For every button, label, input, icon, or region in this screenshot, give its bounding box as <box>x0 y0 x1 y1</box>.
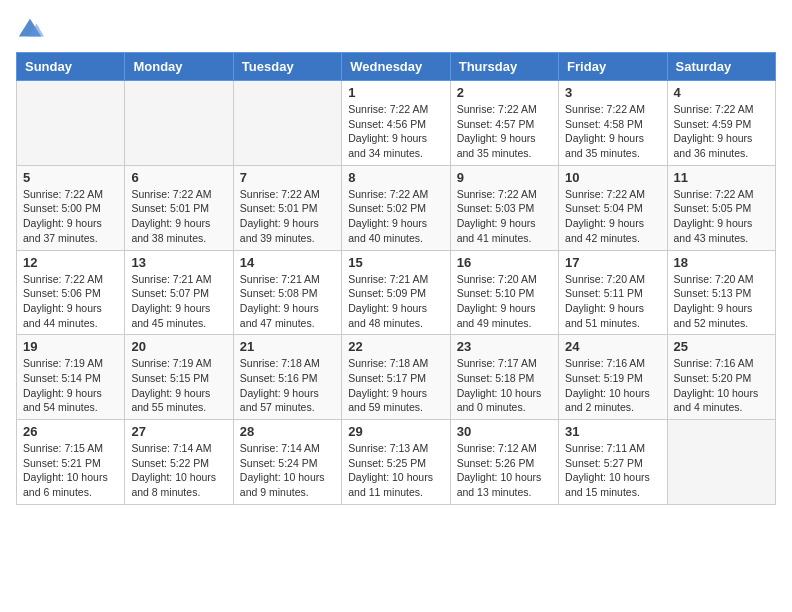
day-info: Sunrise: 7:22 AMSunset: 5:04 PMDaylight:… <box>565 187 660 246</box>
day-number: 31 <box>565 424 660 439</box>
calendar-day: 28Sunrise: 7:14 AMSunset: 5:24 PMDayligh… <box>233 420 341 505</box>
day-number: 15 <box>348 255 443 270</box>
calendar-day: 31Sunrise: 7:11 AMSunset: 5:27 PMDayligh… <box>559 420 667 505</box>
day-info: Sunrise: 7:16 AMSunset: 5:20 PMDaylight:… <box>674 356 769 415</box>
day-number: 16 <box>457 255 552 270</box>
day-number: 26 <box>23 424 118 439</box>
calendar-day: 23Sunrise: 7:17 AMSunset: 5:18 PMDayligh… <box>450 335 558 420</box>
calendar-day: 22Sunrise: 7:18 AMSunset: 5:17 PMDayligh… <box>342 335 450 420</box>
day-number: 5 <box>23 170 118 185</box>
calendar-day: 16Sunrise: 7:20 AMSunset: 5:10 PMDayligh… <box>450 250 558 335</box>
calendar-day: 2Sunrise: 7:22 AMSunset: 4:57 PMDaylight… <box>450 81 558 166</box>
day-number: 27 <box>131 424 226 439</box>
calendar-day: 9Sunrise: 7:22 AMSunset: 5:03 PMDaylight… <box>450 165 558 250</box>
calendar-day: 6Sunrise: 7:22 AMSunset: 5:01 PMDaylight… <box>125 165 233 250</box>
calendar-day: 21Sunrise: 7:18 AMSunset: 5:16 PMDayligh… <box>233 335 341 420</box>
day-number: 28 <box>240 424 335 439</box>
day-info: Sunrise: 7:22 AMSunset: 4:58 PMDaylight:… <box>565 102 660 161</box>
calendar-day <box>125 81 233 166</box>
calendar-day: 20Sunrise: 7:19 AMSunset: 5:15 PMDayligh… <box>125 335 233 420</box>
day-number: 23 <box>457 339 552 354</box>
calendar-day: 5Sunrise: 7:22 AMSunset: 5:00 PMDaylight… <box>17 165 125 250</box>
logo <box>16 16 48 44</box>
calendar-day: 17Sunrise: 7:20 AMSunset: 5:11 PMDayligh… <box>559 250 667 335</box>
day-number: 2 <box>457 85 552 100</box>
calendar-day: 3Sunrise: 7:22 AMSunset: 4:58 PMDaylight… <box>559 81 667 166</box>
day-info: Sunrise: 7:21 AMSunset: 5:09 PMDaylight:… <box>348 272 443 331</box>
calendar-day: 4Sunrise: 7:22 AMSunset: 4:59 PMDaylight… <box>667 81 775 166</box>
day-info: Sunrise: 7:14 AMSunset: 5:22 PMDaylight:… <box>131 441 226 500</box>
day-info: Sunrise: 7:20 AMSunset: 5:13 PMDaylight:… <box>674 272 769 331</box>
calendar-week-1: 1Sunrise: 7:22 AMSunset: 4:56 PMDaylight… <box>17 81 776 166</box>
day-number: 19 <box>23 339 118 354</box>
day-info: Sunrise: 7:22 AMSunset: 5:03 PMDaylight:… <box>457 187 552 246</box>
day-info: Sunrise: 7:22 AMSunset: 5:01 PMDaylight:… <box>240 187 335 246</box>
weekday-header-thursday: Thursday <box>450 53 558 81</box>
day-info: Sunrise: 7:22 AMSunset: 4:56 PMDaylight:… <box>348 102 443 161</box>
day-number: 11 <box>674 170 769 185</box>
day-info: Sunrise: 7:20 AMSunset: 5:10 PMDaylight:… <box>457 272 552 331</box>
calendar-week-3: 12Sunrise: 7:22 AMSunset: 5:06 PMDayligh… <box>17 250 776 335</box>
day-info: Sunrise: 7:17 AMSunset: 5:18 PMDaylight:… <box>457 356 552 415</box>
calendar-day: 30Sunrise: 7:12 AMSunset: 5:26 PMDayligh… <box>450 420 558 505</box>
day-number: 24 <box>565 339 660 354</box>
day-number: 20 <box>131 339 226 354</box>
weekday-header-friday: Friday <box>559 53 667 81</box>
weekday-header-row: SundayMondayTuesdayWednesdayThursdayFrid… <box>17 53 776 81</box>
day-info: Sunrise: 7:22 AMSunset: 5:05 PMDaylight:… <box>674 187 769 246</box>
day-info: Sunrise: 7:15 AMSunset: 5:21 PMDaylight:… <box>23 441 118 500</box>
day-info: Sunrise: 7:14 AMSunset: 5:24 PMDaylight:… <box>240 441 335 500</box>
day-number: 13 <box>131 255 226 270</box>
day-number: 6 <box>131 170 226 185</box>
calendar-day: 11Sunrise: 7:22 AMSunset: 5:05 PMDayligh… <box>667 165 775 250</box>
day-number: 7 <box>240 170 335 185</box>
calendar-week-4: 19Sunrise: 7:19 AMSunset: 5:14 PMDayligh… <box>17 335 776 420</box>
day-info: Sunrise: 7:22 AMSunset: 5:01 PMDaylight:… <box>131 187 226 246</box>
weekday-header-saturday: Saturday <box>667 53 775 81</box>
calendar-day <box>17 81 125 166</box>
calendar-day: 27Sunrise: 7:14 AMSunset: 5:22 PMDayligh… <box>125 420 233 505</box>
calendar-day: 19Sunrise: 7:19 AMSunset: 5:14 PMDayligh… <box>17 335 125 420</box>
page-header <box>16 16 776 44</box>
logo-icon <box>16 16 44 44</box>
day-number: 12 <box>23 255 118 270</box>
day-number: 10 <box>565 170 660 185</box>
calendar-day <box>667 420 775 505</box>
weekday-header-monday: Monday <box>125 53 233 81</box>
calendar-day: 24Sunrise: 7:16 AMSunset: 5:19 PMDayligh… <box>559 335 667 420</box>
day-number: 14 <box>240 255 335 270</box>
calendar-day: 15Sunrise: 7:21 AMSunset: 5:09 PMDayligh… <box>342 250 450 335</box>
day-info: Sunrise: 7:22 AMSunset: 4:59 PMDaylight:… <box>674 102 769 161</box>
day-info: Sunrise: 7:18 AMSunset: 5:16 PMDaylight:… <box>240 356 335 415</box>
calendar-week-2: 5Sunrise: 7:22 AMSunset: 5:00 PMDaylight… <box>17 165 776 250</box>
calendar-day: 14Sunrise: 7:21 AMSunset: 5:08 PMDayligh… <box>233 250 341 335</box>
calendar-day: 25Sunrise: 7:16 AMSunset: 5:20 PMDayligh… <box>667 335 775 420</box>
day-info: Sunrise: 7:21 AMSunset: 5:07 PMDaylight:… <box>131 272 226 331</box>
weekday-header-wednesday: Wednesday <box>342 53 450 81</box>
day-info: Sunrise: 7:12 AMSunset: 5:26 PMDaylight:… <box>457 441 552 500</box>
calendar-day: 13Sunrise: 7:21 AMSunset: 5:07 PMDayligh… <box>125 250 233 335</box>
day-number: 21 <box>240 339 335 354</box>
day-info: Sunrise: 7:22 AMSunset: 5:00 PMDaylight:… <box>23 187 118 246</box>
day-number: 1 <box>348 85 443 100</box>
day-number: 25 <box>674 339 769 354</box>
day-info: Sunrise: 7:21 AMSunset: 5:08 PMDaylight:… <box>240 272 335 331</box>
day-number: 29 <box>348 424 443 439</box>
day-info: Sunrise: 7:13 AMSunset: 5:25 PMDaylight:… <box>348 441 443 500</box>
day-info: Sunrise: 7:22 AMSunset: 5:02 PMDaylight:… <box>348 187 443 246</box>
day-number: 22 <box>348 339 443 354</box>
day-number: 30 <box>457 424 552 439</box>
calendar-day: 8Sunrise: 7:22 AMSunset: 5:02 PMDaylight… <box>342 165 450 250</box>
day-number: 3 <box>565 85 660 100</box>
calendar-week-5: 26Sunrise: 7:15 AMSunset: 5:21 PMDayligh… <box>17 420 776 505</box>
day-info: Sunrise: 7:19 AMSunset: 5:14 PMDaylight:… <box>23 356 118 415</box>
day-info: Sunrise: 7:20 AMSunset: 5:11 PMDaylight:… <box>565 272 660 331</box>
day-info: Sunrise: 7:19 AMSunset: 5:15 PMDaylight:… <box>131 356 226 415</box>
day-number: 9 <box>457 170 552 185</box>
calendar-day: 1Sunrise: 7:22 AMSunset: 4:56 PMDaylight… <box>342 81 450 166</box>
calendar-day: 26Sunrise: 7:15 AMSunset: 5:21 PMDayligh… <box>17 420 125 505</box>
day-number: 8 <box>348 170 443 185</box>
day-info: Sunrise: 7:16 AMSunset: 5:19 PMDaylight:… <box>565 356 660 415</box>
weekday-header-tuesday: Tuesday <box>233 53 341 81</box>
calendar-day <box>233 81 341 166</box>
